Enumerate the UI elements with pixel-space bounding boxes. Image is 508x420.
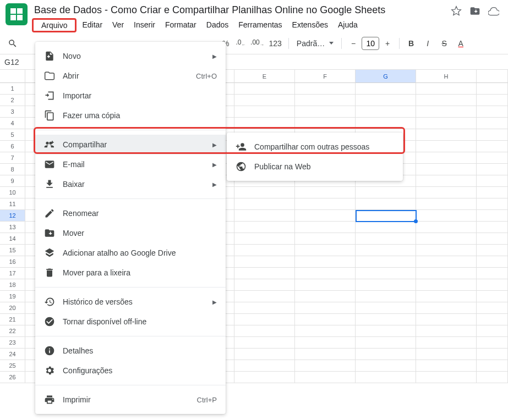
cell[interactable] bbox=[416, 256, 477, 268]
move-to-drive-icon[interactable] bbox=[469, 5, 480, 18]
cell[interactable] bbox=[234, 245, 295, 256]
cell[interactable] bbox=[295, 314, 356, 325]
cell[interactable] bbox=[356, 291, 416, 302]
menu-offline[interactable]: Tornar disponível off-line bbox=[35, 312, 226, 331]
row-header[interactable]: 9 bbox=[0, 175, 25, 187]
menu-ferramentas[interactable]: Ferramentas bbox=[234, 18, 286, 32]
row-header[interactable]: 15 bbox=[0, 245, 25, 256]
menu-email[interactable]: E-mail ▶ bbox=[35, 154, 226, 174]
cell[interactable] bbox=[356, 106, 416, 118]
bold-button[interactable]: B bbox=[404, 36, 418, 51]
row-header[interactable]: 2 bbox=[0, 95, 25, 106]
row-header[interactable]: 25 bbox=[0, 360, 25, 372]
cell[interactable] bbox=[477, 233, 508, 245]
cell[interactable] bbox=[234, 233, 295, 245]
col-header-f[interactable]: F bbox=[295, 70, 356, 83]
cell[interactable] bbox=[234, 291, 295, 302]
cell[interactable] bbox=[356, 222, 416, 233]
cell[interactable] bbox=[477, 187, 508, 198]
cell[interactable] bbox=[234, 198, 295, 210]
cell[interactable] bbox=[356, 302, 416, 314]
cell[interactable] bbox=[295, 245, 356, 256]
cell[interactable] bbox=[295, 222, 356, 233]
italic-button[interactable]: I bbox=[420, 36, 435, 51]
cell[interactable] bbox=[477, 95, 508, 106]
menu-atalho[interactable]: Adicionar atalho ao Google Drive bbox=[35, 243, 226, 263]
cell[interactable] bbox=[295, 325, 356, 337]
cell[interactable] bbox=[416, 302, 477, 314]
cell[interactable] bbox=[416, 175, 477, 187]
cell[interactable] bbox=[416, 118, 477, 129]
sheets-logo[interactable] bbox=[6, 3, 28, 25]
cell[interactable] bbox=[416, 325, 477, 337]
cell[interactable] bbox=[295, 337, 356, 349]
menu-detalhes[interactable]: Detalhes bbox=[35, 341, 226, 361]
row-header[interactable]: 19 bbox=[0, 291, 25, 302]
cell[interactable] bbox=[356, 314, 416, 325]
cell[interactable] bbox=[295, 198, 356, 210]
cell[interactable] bbox=[416, 129, 477, 141]
row-header[interactable]: 26 bbox=[0, 372, 25, 383]
cell[interactable] bbox=[295, 279, 356, 291]
cell[interactable] bbox=[477, 268, 508, 279]
increase-decimal-icon[interactable]: .00→ bbox=[250, 36, 264, 51]
cell[interactable] bbox=[416, 314, 477, 325]
cell[interactable] bbox=[356, 372, 416, 383]
cell[interactable] bbox=[234, 279, 295, 291]
cell[interactable] bbox=[416, 349, 477, 360]
cell[interactable] bbox=[477, 256, 508, 268]
cell[interactable] bbox=[416, 164, 477, 175]
cell[interactable] bbox=[295, 360, 356, 372]
cell[interactable] bbox=[416, 222, 477, 233]
cell[interactable] bbox=[477, 349, 508, 360]
row-header[interactable]: 20 bbox=[0, 302, 25, 314]
cell[interactable] bbox=[234, 95, 295, 106]
cell[interactable] bbox=[477, 129, 508, 141]
col-header-e[interactable]: E bbox=[234, 70, 295, 83]
cell[interactable] bbox=[477, 279, 508, 291]
cell[interactable] bbox=[234, 256, 295, 268]
submenu-publicar-web[interactable]: Publicar na Web bbox=[227, 157, 403, 176]
cell[interactable] bbox=[356, 268, 416, 279]
cell[interactable] bbox=[356, 198, 416, 210]
cell[interactable] bbox=[477, 152, 508, 164]
cell[interactable] bbox=[295, 210, 356, 222]
cell[interactable] bbox=[477, 314, 508, 325]
cell[interactable] bbox=[477, 372, 508, 383]
submenu-compartilhar-pessoas[interactable]: Compartilhar com outras pessoas bbox=[227, 137, 403, 157]
cell[interactable] bbox=[356, 256, 416, 268]
menu-mover[interactable]: Mover bbox=[35, 223, 226, 243]
cell[interactable] bbox=[234, 268, 295, 279]
cell[interactable] bbox=[356, 95, 416, 106]
cloud-status-icon[interactable] bbox=[488, 5, 499, 18]
cell[interactable] bbox=[477, 106, 508, 118]
select-all-corner[interactable] bbox=[0, 70, 25, 83]
cell[interactable] bbox=[234, 222, 295, 233]
cell[interactable] bbox=[416, 279, 477, 291]
cell[interactable] bbox=[416, 245, 477, 256]
menu-renomear[interactable]: Renomear bbox=[35, 203, 226, 223]
menu-baixar[interactable]: Baixar ▶ bbox=[35, 174, 226, 194]
cell[interactable] bbox=[234, 302, 295, 314]
cell[interactable] bbox=[295, 233, 356, 245]
cell[interactable] bbox=[295, 291, 356, 302]
menu-arquivo[interactable]: Arquivo bbox=[37, 19, 72, 32]
menu-importar[interactable]: Importar bbox=[35, 86, 226, 106]
cell[interactable] bbox=[234, 106, 295, 118]
cell[interactable] bbox=[356, 210, 416, 222]
row-header[interactable]: 16 bbox=[0, 256, 25, 268]
cell[interactable] bbox=[234, 325, 295, 337]
row-header[interactable]: 21 bbox=[0, 314, 25, 325]
row-header[interactable]: 12 bbox=[0, 210, 25, 222]
cell[interactable] bbox=[416, 141, 477, 152]
col-header-g[interactable]: G bbox=[356, 70, 416, 83]
number-format[interactable]: 123 bbox=[266, 39, 283, 48]
cell[interactable] bbox=[295, 268, 356, 279]
row-header[interactable]: 18 bbox=[0, 279, 25, 291]
row-header[interactable]: 8 bbox=[0, 164, 25, 175]
menu-historico[interactable]: Histórico de versões ▶ bbox=[35, 292, 226, 312]
cell[interactable] bbox=[416, 291, 477, 302]
cell[interactable] bbox=[416, 372, 477, 383]
cell[interactable] bbox=[416, 233, 477, 245]
star-icon[interactable] bbox=[451, 5, 462, 18]
